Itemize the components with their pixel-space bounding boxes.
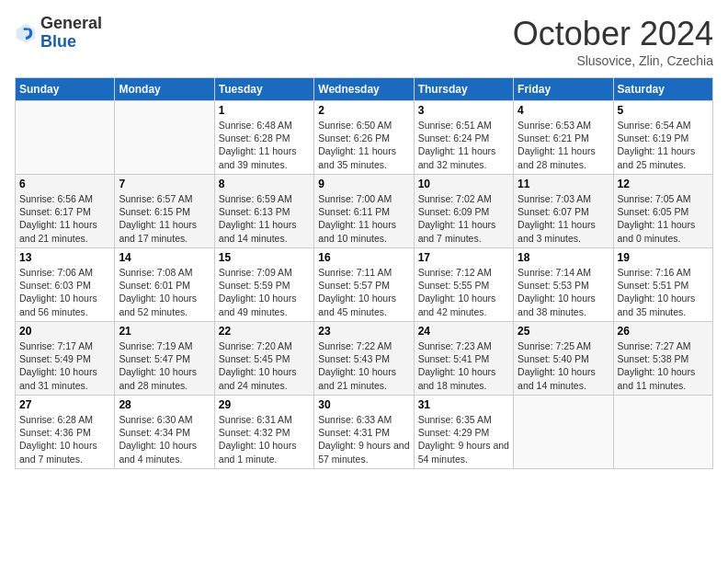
calendar-cell: 31Sunrise: 6:35 AM Sunset: 4:29 PM Dayli… <box>414 396 513 469</box>
logo-text: General Blue <box>40 15 102 52</box>
calendar-cell: 25Sunrise: 7:25 AM Sunset: 5:40 PM Dayli… <box>514 322 613 396</box>
day-info: Sunrise: 6:56 AM Sunset: 6:17 PM Dayligh… <box>19 192 110 245</box>
calendar-cell: 24Sunrise: 7:23 AM Sunset: 5:41 PM Dayli… <box>414 322 513 396</box>
calendar-cell: 16Sunrise: 7:11 AM Sunset: 5:57 PM Dayli… <box>314 248 414 322</box>
day-header-friday: Friday <box>514 78 613 101</box>
day-header-saturday: Saturday <box>613 78 712 101</box>
day-number: 15 <box>219 251 310 264</box>
calendar-cell: 29Sunrise: 6:31 AM Sunset: 4:32 PM Dayli… <box>214 396 313 469</box>
day-number: 4 <box>518 104 609 117</box>
day-number: 5 <box>618 104 709 117</box>
calendar-cell: 5Sunrise: 6:54 AM Sunset: 6:19 PM Daylig… <box>613 101 712 175</box>
day-number: 30 <box>318 398 409 411</box>
calendar-cell: 3Sunrise: 6:51 AM Sunset: 6:24 PM Daylig… <box>414 101 513 175</box>
day-info: Sunrise: 7:17 AM Sunset: 5:49 PM Dayligh… <box>19 339 110 392</box>
calendar-cell: 9Sunrise: 7:00 AM Sunset: 6:11 PM Daylig… <box>314 175 414 248</box>
day-number: 2 <box>318 104 409 117</box>
header: General Blue October 2024 Slusovice, Zli… <box>15 15 713 68</box>
calendar-cell: 22Sunrise: 7:20 AM Sunset: 5:45 PM Dayli… <box>214 322 313 396</box>
day-number: 16 <box>318 251 409 264</box>
day-info: Sunrise: 6:57 AM Sunset: 6:15 PM Dayligh… <box>119 192 210 245</box>
day-number: 7 <box>119 178 210 190</box>
day-info: Sunrise: 7:00 AM Sunset: 6:11 PM Dayligh… <box>318 192 409 245</box>
day-number: 31 <box>418 398 509 411</box>
day-number: 11 <box>518 178 609 190</box>
logo-blue: Blue <box>40 32 76 51</box>
day-info: Sunrise: 6:33 AM Sunset: 4:31 PM Dayligh… <box>318 413 409 465</box>
calendar-cell: 10Sunrise: 7:02 AM Sunset: 6:09 PM Dayli… <box>414 175 513 248</box>
month-title: October 2024 <box>513 15 713 53</box>
calendar-cell: 27Sunrise: 6:28 AM Sunset: 4:36 PM Dayli… <box>16 396 115 469</box>
calendar-cell: 23Sunrise: 7:22 AM Sunset: 5:43 PM Dayli… <box>314 322 414 396</box>
calendar-cell: 18Sunrise: 7:14 AM Sunset: 5:53 PM Dayli… <box>514 248 613 322</box>
day-info: Sunrise: 6:59 AM Sunset: 6:13 PM Dayligh… <box>219 192 310 245</box>
week-row-2: 6Sunrise: 6:56 AM Sunset: 6:17 PM Daylig… <box>16 175 713 248</box>
calendar-cell <box>514 396 613 469</box>
calendar-cell: 26Sunrise: 7:27 AM Sunset: 5:38 PM Dayli… <box>613 322 712 396</box>
day-info: Sunrise: 6:50 AM Sunset: 6:26 PM Dayligh… <box>318 119 409 171</box>
day-info: Sunrise: 6:28 AM Sunset: 4:36 PM Dayligh… <box>19 413 110 465</box>
day-info: Sunrise: 7:11 AM Sunset: 5:57 PM Dayligh… <box>318 266 409 318</box>
week-row-1: 1Sunrise: 6:48 AM Sunset: 6:28 PM Daylig… <box>16 101 713 175</box>
day-number: 24 <box>418 325 509 338</box>
day-info: Sunrise: 7:22 AM Sunset: 5:43 PM Dayligh… <box>318 339 409 392</box>
calendar-cell: 30Sunrise: 6:33 AM Sunset: 4:31 PM Dayli… <box>314 396 414 469</box>
day-number: 20 <box>19 325 110 338</box>
calendar-cell: 20Sunrise: 7:17 AM Sunset: 5:49 PM Dayli… <box>16 322 115 396</box>
days-header-row: SundayMondayTuesdayWednesdayThursdayFrid… <box>16 78 713 101</box>
calendar-cell: 21Sunrise: 7:19 AM Sunset: 5:47 PM Dayli… <box>115 322 214 396</box>
day-number: 13 <box>19 251 110 264</box>
day-info: Sunrise: 6:30 AM Sunset: 4:34 PM Dayligh… <box>119 413 210 465</box>
day-number: 28 <box>119 398 210 411</box>
day-info: Sunrise: 7:08 AM Sunset: 6:01 PM Dayligh… <box>119 266 210 318</box>
calendar-cell: 17Sunrise: 7:12 AM Sunset: 5:55 PM Dayli… <box>414 248 513 322</box>
day-header-thursday: Thursday <box>414 78 513 101</box>
day-info: Sunrise: 7:20 AM Sunset: 5:45 PM Dayligh… <box>219 339 310 392</box>
day-info: Sunrise: 7:06 AM Sunset: 6:03 PM Dayligh… <box>19 266 110 318</box>
day-number: 22 <box>219 325 310 338</box>
week-row-3: 13Sunrise: 7:06 AM Sunset: 6:03 PM Dayli… <box>16 248 713 322</box>
day-info: Sunrise: 7:16 AM Sunset: 5:51 PM Dayligh… <box>618 266 709 318</box>
day-info: Sunrise: 6:53 AM Sunset: 6:21 PM Dayligh… <box>518 119 609 171</box>
title-area: October 2024 Slusovice, Zlin, Czechia <box>513 15 713 68</box>
day-info: Sunrise: 7:03 AM Sunset: 6:07 PM Dayligh… <box>518 192 609 245</box>
logo-general: General <box>40 14 102 32</box>
logo: General Blue <box>15 15 102 52</box>
day-number: 1 <box>219 104 310 117</box>
calendar-cell: 14Sunrise: 7:08 AM Sunset: 6:01 PM Dayli… <box>115 248 214 322</box>
calendar-cell: 13Sunrise: 7:06 AM Sunset: 6:03 PM Dayli… <box>16 248 115 322</box>
logo-icon <box>15 22 37 44</box>
calendar-cell <box>16 101 115 175</box>
calendar-cell: 12Sunrise: 7:05 AM Sunset: 6:05 PM Dayli… <box>613 175 712 248</box>
day-info: Sunrise: 6:35 AM Sunset: 4:29 PM Dayligh… <box>418 413 509 465</box>
day-number: 8 <box>219 178 310 190</box>
day-number: 21 <box>119 325 210 338</box>
location-subtitle: Slusovice, Zlin, Czechia <box>513 53 713 68</box>
calendar-cell: 19Sunrise: 7:16 AM Sunset: 5:51 PM Dayli… <box>613 248 712 322</box>
day-number: 12 <box>618 178 709 190</box>
day-info: Sunrise: 7:09 AM Sunset: 5:59 PM Dayligh… <box>219 266 310 318</box>
day-number: 17 <box>418 251 509 264</box>
svg-marker-0 <box>17 23 36 42</box>
day-info: Sunrise: 6:31 AM Sunset: 4:32 PM Dayligh… <box>219 413 310 465</box>
day-header-tuesday: Tuesday <box>214 78 313 101</box>
calendar-cell: 11Sunrise: 7:03 AM Sunset: 6:07 PM Dayli… <box>514 175 613 248</box>
calendar-cell: 8Sunrise: 6:59 AM Sunset: 6:13 PM Daylig… <box>214 175 313 248</box>
day-info: Sunrise: 6:48 AM Sunset: 6:28 PM Dayligh… <box>219 119 310 171</box>
calendar-cell <box>613 396 712 469</box>
calendar-cell <box>115 101 214 175</box>
calendar-cell: 15Sunrise: 7:09 AM Sunset: 5:59 PM Dayli… <box>214 248 313 322</box>
day-info: Sunrise: 7:25 AM Sunset: 5:40 PM Dayligh… <box>518 339 609 392</box>
day-info: Sunrise: 7:02 AM Sunset: 6:09 PM Dayligh… <box>418 192 509 245</box>
calendar-cell: 2Sunrise: 6:50 AM Sunset: 6:26 PM Daylig… <box>314 101 414 175</box>
day-info: Sunrise: 7:27 AM Sunset: 5:38 PM Dayligh… <box>618 339 709 392</box>
day-number: 10 <box>418 178 509 190</box>
day-header-monday: Monday <box>115 78 214 101</box>
day-number: 26 <box>618 325 709 338</box>
day-info: Sunrise: 7:12 AM Sunset: 5:55 PM Dayligh… <box>418 266 509 318</box>
day-number: 18 <box>518 251 609 264</box>
calendar-cell: 1Sunrise: 6:48 AM Sunset: 6:28 PM Daylig… <box>214 101 313 175</box>
day-number: 19 <box>618 251 709 264</box>
day-info: Sunrise: 6:54 AM Sunset: 6:19 PM Dayligh… <box>618 119 709 171</box>
day-number: 9 <box>318 178 409 190</box>
